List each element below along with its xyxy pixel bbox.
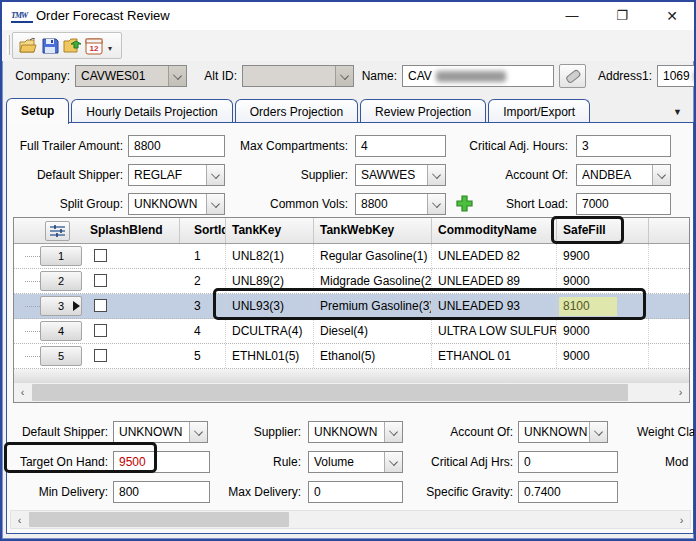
- scrollbar-thumb[interactable]: [32, 384, 628, 401]
- cell-tankwebkey: Regular Gasoline(1): [314, 244, 432, 268]
- grid-horizontal-scrollbar[interactable]: ‹ ›: [14, 382, 689, 402]
- maximize-button[interactable]: ❐: [600, 2, 644, 30]
- company-combo[interactable]: CAVWES01: [75, 65, 187, 87]
- cell-tankwebkey: Midgrade Gasoline(2): [314, 269, 432, 293]
- column-header-tankkey[interactable]: TankKey: [226, 218, 314, 243]
- row-header[interactable]: 2: [40, 271, 82, 291]
- cell-tankkey: UNL89(2): [226, 269, 314, 293]
- split-group-value: UNKNOWN: [134, 194, 205, 214]
- table-row[interactable]: 5 5 ETHNL01(5) Ethanol(5) ETHANOL 01 900…: [14, 344, 689, 369]
- account-of-value: ANDBEA: [582, 165, 651, 185]
- save-icon[interactable]: [40, 36, 60, 56]
- toolbar-grip[interactable]: [7, 35, 10, 55]
- eraser-icon[interactable]: [559, 64, 586, 88]
- account-of2-combo[interactable]: UNKNOWN: [518, 421, 608, 443]
- name-value: CAV: [408, 69, 432, 83]
- grid-empty-area: [14, 369, 689, 383]
- scroll-left-icon[interactable]: ‹: [14, 383, 31, 402]
- splashblend-checkbox[interactable]: [94, 249, 107, 262]
- scrollbar-thumb[interactable]: [29, 512, 289, 527]
- scroll-right-icon[interactable]: ›: [672, 383, 689, 402]
- name-field[interactable]: CAV: [402, 65, 554, 87]
- toolbar: 12 ▾: [2, 30, 694, 61]
- account-of2-value: UNKNOWN: [524, 422, 588, 442]
- default-shipper-label: Default Shipper:: [11, 164, 123, 186]
- cell-safefill-highlighted[interactable]: 8100: [559, 297, 617, 316]
- address1-label: Address1:: [590, 65, 652, 87]
- row-header[interactable]: 1: [40, 246, 82, 266]
- weight-class-label: Weight Cla: [637, 421, 696, 443]
- account-of2-label: Account Of:: [403, 421, 513, 443]
- column-header-tankwebkey[interactable]: TankWebKey: [314, 218, 432, 243]
- specific-gravity-label: Specific Gravity:: [403, 481, 513, 503]
- cell-sortid: 2: [180, 269, 226, 293]
- table-row[interactable]: 4 4 DCULTRA(4) Diesel(4) ULTRA LOW SULFU…: [14, 319, 689, 344]
- split-group-label: Split Group:: [11, 193, 123, 215]
- column-header-safefill[interactable]: SafeFill: [557, 218, 649, 243]
- address1-field[interactable]: 1069: [657, 65, 696, 87]
- column-header-commodityname[interactable]: CommodityName: [432, 218, 557, 243]
- column-header-sortid[interactable]: SortId: [180, 218, 226, 243]
- column-chooser-icon[interactable]: [45, 221, 70, 241]
- tab-hourly-details-projection[interactable]: Hourly Details Projection: [71, 99, 232, 123]
- supplier2-combo[interactable]: UNKNOWN: [308, 421, 403, 443]
- minimize-button[interactable]: —: [550, 2, 594, 30]
- close-button[interactable]: ✕: [650, 2, 694, 30]
- critical-adj-hrs-field[interactable]: 0: [518, 451, 618, 473]
- tab-review-projection[interactable]: Review Projection: [360, 99, 486, 123]
- window-title: Order Forecast Review: [36, 2, 170, 30]
- alt-id-combo[interactable]: [242, 65, 354, 87]
- tab-orders-projection[interactable]: Orders Projection: [235, 99, 358, 123]
- scroll-right-icon[interactable]: ›: [673, 511, 690, 528]
- calendar-icon[interactable]: 12: [84, 36, 104, 56]
- common-vols-combo[interactable]: 8800: [355, 193, 446, 215]
- cell-tankwebkey: Diesel(4): [314, 319, 432, 343]
- column-header-splashblend[interactable]: SplashBlend: [84, 218, 180, 243]
- default-shipper-value: REGLAF: [134, 165, 205, 185]
- supplier-combo[interactable]: SAWWES: [355, 164, 446, 186]
- scroll-left-icon[interactable]: ‹: [11, 511, 28, 528]
- toolbar-overflow-icon[interactable]: ▾: [108, 44, 112, 53]
- supplier2-label: Supplier:: [198, 421, 301, 443]
- rule-combo[interactable]: Volume: [308, 451, 403, 473]
- critical-adj-hours-field[interactable]: 3: [576, 135, 671, 157]
- table-row[interactable]: 2 2 UNL89(2) Midgrade Gasoline(2) UNLEAD…: [14, 269, 689, 294]
- splashblend-checkbox[interactable]: [94, 324, 107, 337]
- min-delivery-field[interactable]: 800: [113, 481, 210, 503]
- tab-strip: SetupHourly Details ProjectionOrders Pro…: [6, 98, 690, 123]
- tab-setup[interactable]: Setup: [6, 98, 69, 124]
- cell-tankwebkey: Ethanol(5): [314, 344, 432, 368]
- split-group-combo[interactable]: UNKNOWN: [128, 193, 225, 215]
- toolbar-group: 12 ▾: [12, 32, 122, 59]
- target-on-hand-label: Target On Hand:: [7, 451, 108, 473]
- row-header[interactable]: 5: [40, 346, 82, 366]
- open-folder-icon[interactable]: [18, 36, 38, 56]
- default-shipper-combo[interactable]: REGLAF: [128, 164, 225, 186]
- short-load-field[interactable]: 7000: [576, 193, 671, 215]
- table-row[interactable]: 1 1 UNL82(1) Regular Gasoline(1) UNLEADE…: [14, 244, 689, 269]
- tab-overflow-icon[interactable]: ▼: [673, 107, 682, 117]
- account-of-combo[interactable]: ANDBEA: [576, 164, 671, 186]
- specific-gravity-field[interactable]: 0.7400: [518, 481, 618, 503]
- target-on-hand-field[interactable]: 9500: [113, 451, 210, 473]
- tanks-grid: SplashBlend SortId TankKey TankWebKey Co…: [13, 217, 690, 403]
- cell-commodityname: UNLEADED 93: [432, 294, 557, 318]
- export-folder-icon[interactable]: [62, 36, 82, 56]
- max-delivery-field[interactable]: 0: [308, 481, 403, 503]
- full-trailer-amount-field[interactable]: 8800: [128, 135, 225, 157]
- rule-label: Rule:: [198, 451, 301, 473]
- splashblend-checkbox[interactable]: [94, 299, 107, 312]
- chevron-down-icon: [206, 194, 224, 214]
- chevron-down-icon: [589, 422, 607, 442]
- cell-tankwebkey: Premium Gasoline(3): [314, 294, 432, 318]
- max-compartments-field[interactable]: 4: [355, 135, 446, 157]
- table-row-selected[interactable]: 3 3 UNL93(3) Premium Gasoline(3) UNLEADE…: [14, 294, 689, 319]
- splashblend-checkbox[interactable]: [94, 349, 107, 362]
- tab-import-export[interactable]: Import/Export: [488, 99, 590, 123]
- cell-commodityname: ULTRA LOW SULFUR...: [432, 319, 557, 343]
- splashblend-checkbox[interactable]: [94, 274, 107, 287]
- default-shipper2-combo[interactable]: UNKNOWN: [113, 421, 208, 443]
- page-horizontal-scrollbar[interactable]: ‹ ›: [10, 510, 691, 529]
- row-header[interactable]: 4: [40, 321, 82, 341]
- title-bar[interactable]: TMW Order Forecast Review — ❐ ✕: [2, 2, 694, 30]
